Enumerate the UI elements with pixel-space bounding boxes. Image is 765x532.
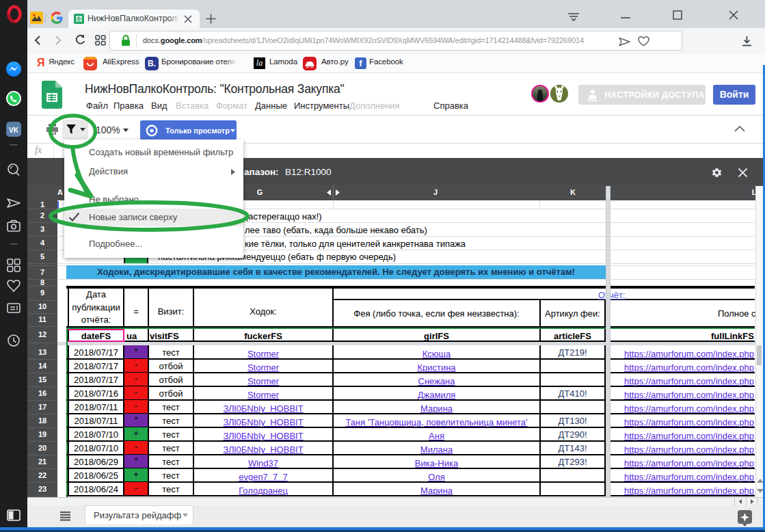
svg-text:VK: VK — [9, 127, 19, 134]
